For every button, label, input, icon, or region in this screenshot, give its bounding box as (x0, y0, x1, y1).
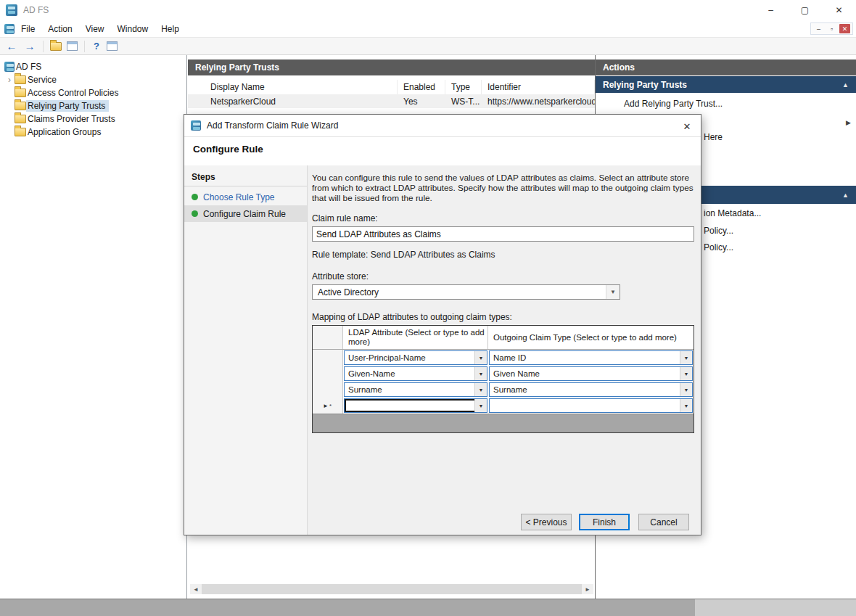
ldap-attribute-select[interactable]: Surname ▼ (344, 382, 487, 397)
console-tree-panel: AD FS › Service Access Control Policies … (0, 55, 187, 599)
actions-section-relying-party-trusts[interactable]: Relying Party Trusts ▲ (596, 76, 856, 93)
dialog-close-icon[interactable]: ✕ (680, 119, 694, 134)
outgoing-claim-value: Name ID (493, 353, 526, 362)
chevron-down-icon[interactable]: ▼ (680, 367, 692, 380)
chevron-up-icon[interactable]: ▲ (842, 192, 849, 199)
folder-icon (15, 89, 26, 97)
step-complete-dot-icon (192, 210, 198, 217)
claim-rule-name-label: Claim rule name: (312, 213, 694, 223)
help-icon[interactable]: ? (91, 41, 102, 52)
maximize-icon[interactable]: ▢ (788, 0, 822, 20)
attribute-store-select[interactable]: Active Directory ▼ (312, 284, 620, 300)
minimize-icon[interactable]: – (754, 0, 788, 20)
close-icon[interactable]: ✕ (822, 0, 856, 20)
outgoing-claim-select[interactable]: Surname ▼ (489, 382, 693, 397)
chevron-up-icon[interactable]: ▲ (842, 81, 849, 89)
child-restore-icon[interactable]: ▫ (826, 24, 837, 33)
forward-icon[interactable]: → (23, 40, 36, 52)
outgoing-claim-select[interactable]: ▼ (489, 398, 693, 413)
export-list-icon[interactable] (50, 42, 62, 51)
column-identifier[interactable]: Identifier (482, 80, 595, 94)
wizard-body: Steps Choose Rule Type Configure Claim R… (184, 165, 701, 535)
wizard-page-heading: Configure Rule (184, 137, 701, 165)
ldap-attribute-value: Surname (348, 385, 382, 394)
scroll-left-icon[interactable]: ◄ (190, 584, 202, 594)
menu-window[interactable]: Window (111, 24, 155, 34)
ldap-attribute-select[interactable]: User-Principal-Name ▼ (344, 350, 487, 365)
chevron-down-icon[interactable]: ▼ (680, 351, 692, 364)
previous-button[interactable]: < Previous (521, 514, 572, 530)
child-close-icon[interactable]: ✕ (839, 24, 850, 33)
outgoing-claim-column-header: Outgoing Claim Type (Select or type to a… (488, 326, 694, 349)
tree-item-label: Claims Provider Trusts (26, 113, 119, 125)
ldap-attribute-select-editing[interactable]: ▼ (344, 398, 487, 413)
menu-help[interactable]: Help (155, 24, 186, 34)
cell-identifier: https://www.netsparkercloud.c... (482, 95, 595, 108)
screen: AD FS – ▢ ✕ File Action View Window Help… (0, 0, 856, 616)
window-controls: – ▢ ✕ (754, 0, 856, 20)
scrollbar-thumb[interactable] (202, 584, 582, 594)
step-complete-dot-icon (192, 194, 198, 200)
chevron-down-icon[interactable]: ▼ (474, 399, 487, 412)
tree-item-application-groups[interactable]: Application Groups (0, 126, 186, 139)
step-choose-rule-type[interactable]: Choose Rule Type (184, 189, 307, 205)
action-pane-icon[interactable] (107, 41, 118, 51)
outgoing-claim-select[interactable]: Name ID ▼ (489, 350, 693, 365)
show-console-tree-icon[interactable] (67, 41, 78, 51)
dialog-titlebar: Add Transform Claim Rule Wizard ✕ (184, 115, 701, 137)
scroll-right-icon[interactable]: ► (582, 584, 593, 594)
table-row[interactable]: NetsparkerCloud Yes WS-T... https://www.… (188, 95, 595, 108)
child-minimize-icon[interactable]: – (813, 24, 824, 33)
mapping-label: Mapping of LDAP attributes to outgoing c… (312, 312, 694, 322)
tree-item-label: Service (26, 74, 60, 86)
chevron-right-icon[interactable]: › (4, 75, 15, 84)
cancel-button[interactable]: Cancel (638, 514, 689, 530)
action-item-fragment[interactable]: Policy... (704, 226, 733, 237)
chevron-down-icon[interactable]: ▼ (474, 383, 487, 396)
step-label[interactable]: Choose Rule Type (203, 192, 275, 202)
adfs-node-icon (4, 62, 15, 72)
back-icon[interactable]: ← (5, 40, 18, 52)
action-item-fragment[interactable]: Policy... (704, 242, 733, 254)
horizontal-scrollbar[interactable]: ◄ ► (190, 584, 593, 594)
row-selector[interactable] (313, 350, 343, 366)
tree-item-relying-party-trusts[interactable]: Relying Party Trusts (0, 99, 186, 112)
row-selector[interactable] (313, 382, 343, 398)
menu-file[interactable]: File (15, 24, 41, 34)
tree-item-service[interactable]: › Service (0, 73, 186, 86)
folder-icon (15, 128, 26, 136)
adfs-app-icon (6, 4, 17, 16)
chevron-down-icon[interactable]: ▼ (474, 351, 487, 364)
console-icon (4, 24, 15, 34)
chevron-down-icon[interactable]: ▼ (606, 285, 620, 299)
column-enabled[interactable]: Enabled (398, 80, 445, 94)
finish-button[interactable]: Finish (579, 514, 630, 530)
menu-action[interactable]: Action (41, 24, 78, 34)
step-configure-claim-rule[interactable]: Configure Claim Rule (184, 205, 307, 222)
action-item-fragment[interactable]: ion Metadata... (704, 208, 761, 220)
new-row-indicator-icon[interactable]: ►* (313, 398, 343, 414)
chevron-down-icon[interactable]: ▼ (680, 383, 692, 396)
row-selector[interactable] (313, 366, 343, 382)
outgoing-claim-select[interactable]: Given Name ▼ (489, 366, 693, 381)
child-window-controls: – ▫ ✕ (810, 22, 853, 35)
tree-root-adfs[interactable]: AD FS (0, 60, 186, 73)
column-type[interactable]: Type (445, 80, 482, 94)
chevron-down-icon[interactable]: ▼ (680, 399, 692, 412)
bottom-strip (0, 599, 856, 616)
action-item-fragment[interactable]: Here (704, 132, 723, 144)
tree-item-claims-provider-trusts[interactable]: Claims Provider Trusts (0, 112, 186, 126)
column-display-name[interactable]: Display Name (188, 80, 398, 94)
tree-item-access-control-policies[interactable]: Access Control Policies (0, 86, 186, 99)
attribute-store-value: Active Directory (318, 287, 379, 297)
claim-rule-name-input[interactable] (312, 226, 694, 242)
toolbar-separator (84, 41, 85, 52)
list-panel-header: Relying Party Trusts (188, 59, 595, 75)
window-titlebar: AD FS – ▢ ✕ (0, 0, 856, 20)
menu-view[interactable]: View (79, 24, 111, 34)
steps-title: Steps (184, 165, 307, 186)
chevron-down-icon[interactable]: ▼ (474, 367, 487, 380)
action-add-relying-party-trust[interactable]: Add Relying Party Trust... (596, 97, 856, 110)
add-transform-claim-rule-wizard: Add Transform Claim Rule Wizard ✕ Config… (184, 114, 701, 535)
ldap-attribute-select[interactable]: Given-Name ▼ (344, 366, 487, 381)
